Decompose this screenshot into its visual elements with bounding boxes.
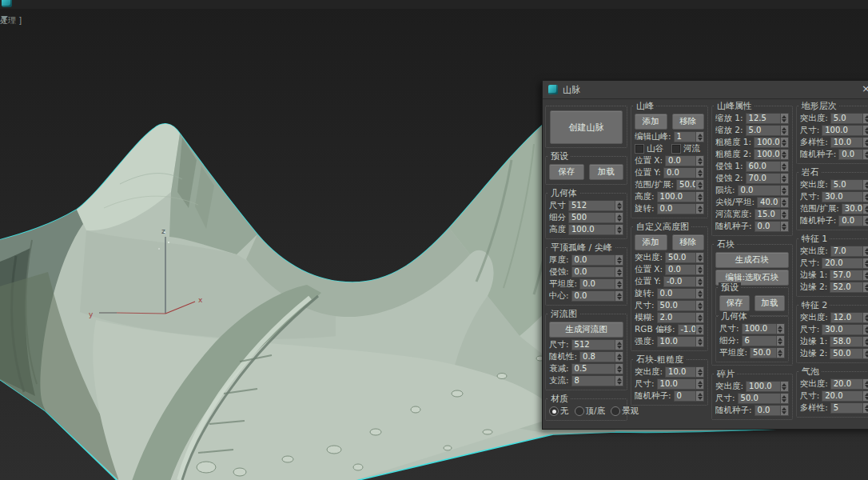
spinner-arrows[interactable] — [780, 114, 788, 123]
spinner-down-icon[interactable] — [698, 138, 703, 141]
spinner-field[interactable]: 0.0 — [579, 278, 623, 290]
spinner-up-icon[interactable] — [617, 293, 622, 296]
spinner-down-icon[interactable] — [782, 155, 786, 158]
spinner-field[interactable]: 12.0 — [830, 312, 868, 323]
spinner-field[interactable]: 60.0 — [746, 161, 789, 172]
spinner-field[interactable]: 500 — [568, 212, 623, 223]
spinner-down-icon[interactable] — [698, 162, 703, 165]
spinner-field[interactable]: 30.0 — [842, 203, 868, 214]
spinner-arrows[interactable] — [695, 156, 703, 166]
spinner-up-icon[interactable] — [782, 115, 786, 118]
spinner-up-icon[interactable] — [865, 272, 868, 275]
spinner-down-icon[interactable] — [865, 198, 868, 201]
spinner-field[interactable]: -0.0 — [663, 276, 704, 287]
spinner-arrows[interactable] — [780, 186, 788, 195]
spinner-arrows[interactable] — [862, 270, 868, 280]
spinner-field[interactable]: 0.0 — [665, 155, 704, 166]
spinner-down-icon[interactable] — [698, 198, 703, 201]
spinner-arrows[interactable] — [780, 162, 788, 171]
spinner-up-icon[interactable] — [698, 266, 703, 270]
spinner-arrows[interactable] — [776, 336, 784, 346]
spinner-field[interactable]: 0.0 — [838, 149, 868, 160]
spinner-down-icon[interactable] — [782, 227, 786, 230]
spinner-up-icon[interactable] — [698, 314, 703, 318]
spinner-field[interactable]: 100.0 — [754, 149, 789, 160]
spinner-arrows[interactable] — [862, 258, 868, 268]
spinner-down-icon[interactable] — [865, 385, 868, 388]
create-mountain-button[interactable]: 创建山脉 — [550, 110, 623, 144]
spinner-up-icon[interactable] — [698, 170, 703, 173]
spinner-field[interactable]: 512 — [568, 200, 623, 211]
spinner-down-icon[interactable] — [698, 306, 703, 310]
spinner-arrows[interactable] — [862, 246, 868, 256]
spinner-arrows[interactable] — [776, 348, 784, 358]
spinner-down-icon[interactable] — [865, 222, 868, 225]
spinner-field[interactable]: 20.0 — [830, 378, 868, 390]
spinner-field[interactable]: 50.0 — [750, 347, 785, 358]
spinner-up-icon[interactable] — [865, 194, 868, 197]
spinner-arrows[interactable] — [695, 192, 703, 202]
spinner-field[interactable]: 40.0 — [757, 197, 789, 208]
spinner-up-icon[interactable] — [865, 338, 868, 342]
spinner-down-icon[interactable] — [782, 411, 786, 414]
spinner-down-icon[interactable] — [617, 358, 622, 361]
spinner-up-icon[interactable] — [865, 405, 868, 408]
spinner-field[interactable]: 0.0 — [838, 215, 868, 226]
spinner-up-icon[interactable] — [782, 407, 786, 410]
spinner-field[interactable]: 10.0 — [657, 378, 704, 390]
spinner-arrows[interactable] — [862, 138, 868, 147]
spinner-field[interactable]: 0.0 — [657, 288, 704, 299]
spinner-up-icon[interactable] — [865, 248, 868, 251]
material-topbottom-radio[interactable] — [575, 406, 584, 416]
spinner-up-icon[interactable] — [865, 381, 868, 384]
spinner-arrows[interactable] — [615, 201, 623, 210]
spinner-arrows[interactable] — [780, 394, 788, 403]
spinner-down-icon[interactable] — [865, 276, 868, 279]
spinner-up-icon[interactable] — [782, 151, 786, 154]
spinner-field[interactable]: 100.0 — [746, 381, 789, 392]
spinner-down-icon[interactable] — [698, 397, 703, 400]
spinner-arrows[interactable] — [695, 277, 703, 286]
spinner-arrows[interactable] — [780, 210, 788, 219]
spinner-down-icon[interactable] — [865, 330, 868, 334]
spinner-up-icon[interactable] — [698, 393, 703, 396]
spinner-down-icon[interactable] — [865, 186, 868, 189]
spinner-field[interactable]: 10.0 — [657, 336, 704, 347]
spinner-up-icon[interactable] — [617, 214, 622, 218]
spinner-down-icon[interactable] — [782, 191, 786, 194]
spinner-down-icon[interactable] — [698, 270, 703, 274]
spinner-down-icon[interactable] — [617, 218, 622, 222]
spinner-down-icon[interactable] — [617, 230, 622, 234]
spinner-up-icon[interactable] — [782, 163, 786, 166]
spinner-field[interactable]: 100.0 — [568, 224, 623, 235]
spinner-up-icon[interactable] — [698, 326, 703, 330]
close-icon[interactable]: × — [862, 82, 868, 95]
spinner-down-icon[interactable] — [617, 382, 622, 385]
spinner-arrows[interactable] — [615, 352, 623, 362]
spinner-arrows[interactable] — [862, 216, 868, 226]
spinner-field[interactable]: 0.0 — [571, 254, 623, 266]
spinner-field[interactable]: 0.0 — [755, 405, 789, 416]
spinner-up-icon[interactable] — [617, 226, 622, 230]
spinner-field[interactable]: 8 — [571, 375, 623, 386]
spinner-up-icon[interactable] — [865, 127, 868, 130]
spinner-down-icon[interactable] — [617, 285, 622, 288]
spinner-up-icon[interactable] — [782, 211, 786, 214]
spinner-arrows[interactable] — [695, 168, 703, 178]
spinner-down-icon[interactable] — [617, 346, 622, 349]
spinner-arrows[interactable] — [615, 279, 623, 289]
spinner-down-icon[interactable] — [865, 264, 868, 267]
spinner-up-icon[interactable] — [782, 199, 786, 202]
spinner-down-icon[interactable] — [698, 174, 703, 177]
spinner-arrows[interactable] — [780, 222, 788, 231]
spinner-field[interactable]: -1.0 — [678, 324, 704, 335]
spinner-up-icon[interactable] — [782, 175, 786, 178]
spinner-down-icon[interactable] — [782, 215, 786, 218]
spinner-arrows[interactable] — [615, 364, 623, 374]
peak-add-button[interactable]: 添加 — [635, 114, 667, 130]
river-checkbox[interactable] — [671, 144, 681, 154]
spinner-field[interactable]: 100.0 — [754, 137, 789, 148]
spinner-down-icon[interactable] — [617, 370, 622, 373]
preset-load-button[interactable]: 加载 — [589, 164, 624, 180]
spinner-arrows[interactable] — [695, 204, 703, 214]
